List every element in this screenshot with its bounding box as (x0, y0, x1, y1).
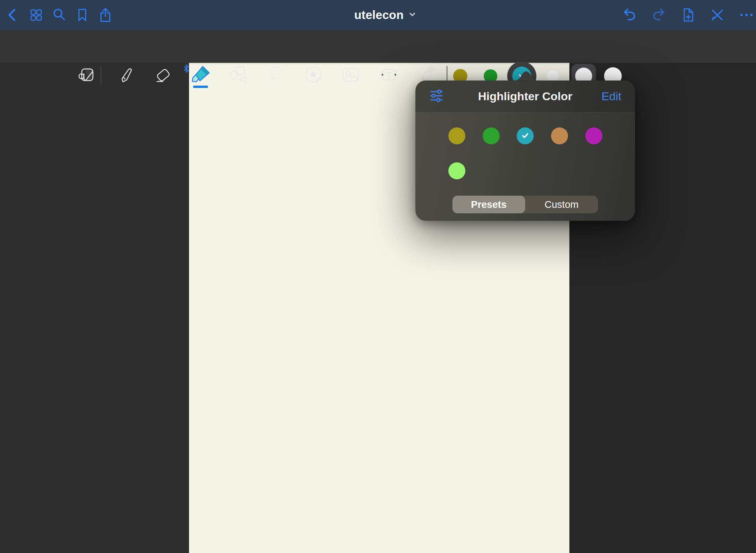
tools-toolbar (0, 30, 756, 63)
topbar-left-group (4, 0, 114, 30)
pages-grid-icon (28, 7, 44, 23)
tool-lasso[interactable] (265, 64, 287, 85)
stylus-disabled-button[interactable] (708, 6, 726, 24)
bookmark-icon (74, 7, 90, 23)
edit-colors-button[interactable]: Edit (601, 90, 621, 103)
undo-button[interactable] (621, 6, 638, 24)
redo-button[interactable] (650, 6, 668, 24)
lasso-icon (266, 65, 286, 85)
tool-shapes[interactable] (227, 64, 248, 85)
add-page-icon (680, 7, 696, 23)
canvas-area (0, 63, 756, 553)
tool-read-only[interactable] (76, 64, 98, 85)
preset-swatch-magenta[interactable] (585, 127, 602, 144)
preset-swatch-teal-selected[interactable] (517, 127, 534, 144)
bluetooth-icon (184, 64, 189, 73)
document-title-button[interactable]: utelecon (354, 0, 417, 30)
eraser-icon (153, 65, 173, 85)
preset-swatch-orange[interactable] (551, 127, 568, 144)
photo-icon (341, 65, 361, 85)
shapes-icon (228, 65, 248, 85)
tool-pen[interactable] (115, 64, 136, 85)
more-button[interactable] (738, 6, 755, 24)
share-icon (97, 7, 114, 23)
selected-tool-underline (193, 86, 208, 88)
checkmark-icon (521, 131, 530, 141)
tool-highlighter[interactable] (190, 64, 211, 85)
highlighter-color-popover: Highlighter Color Edit Presets Custom (415, 81, 635, 221)
back-button[interactable] (4, 6, 22, 24)
redo-icon (650, 6, 667, 23)
text-icon (379, 65, 399, 85)
popover-arrow (513, 71, 539, 81)
preset-swatch-green[interactable] (483, 127, 500, 144)
note-editor-screen: utelecon (0, 0, 756, 553)
more-ellipsis-icon (738, 7, 755, 23)
undo-icon (621, 6, 638, 23)
preset-swatch-light-green[interactable] (448, 162, 465, 179)
tool-elements[interactable] (303, 64, 324, 85)
share-button[interactable] (97, 6, 114, 24)
title-chevron-down-icon (408, 10, 417, 20)
tab-custom[interactable]: Custom (525, 196, 598, 213)
top-navigation-bar: utelecon (0, 0, 756, 30)
presets-custom-segmented-control: Presets Custom (452, 196, 598, 213)
add-page-button[interactable] (679, 6, 697, 24)
back-chevron-icon (4, 6, 21, 23)
tab-presets[interactable]: Presets (452, 196, 525, 213)
tool-eraser[interactable] (153, 64, 174, 85)
tool-text[interactable] (378, 64, 399, 85)
highlighter-icon (190, 65, 211, 85)
toolbar-divider (101, 66, 101, 84)
pages-overview-button[interactable] (27, 6, 45, 24)
topbar-right-group (621, 0, 755, 30)
stylus-cross-icon (709, 7, 725, 23)
popover-header: Highlighter Color Edit (415, 81, 635, 112)
bookmark-button[interactable] (73, 6, 91, 24)
tool-photo[interactable] (340, 64, 361, 85)
read-only-mode-icon (77, 65, 97, 85)
thickness-swatch-thin[interactable] (547, 70, 559, 82)
search-icon (51, 7, 67, 23)
elements-star-icon (304, 65, 323, 85)
search-button[interactable] (50, 6, 68, 24)
preset-swatch-olive[interactable] (448, 127, 465, 144)
pen-icon (116, 65, 135, 85)
document-title: utelecon (354, 8, 404, 22)
